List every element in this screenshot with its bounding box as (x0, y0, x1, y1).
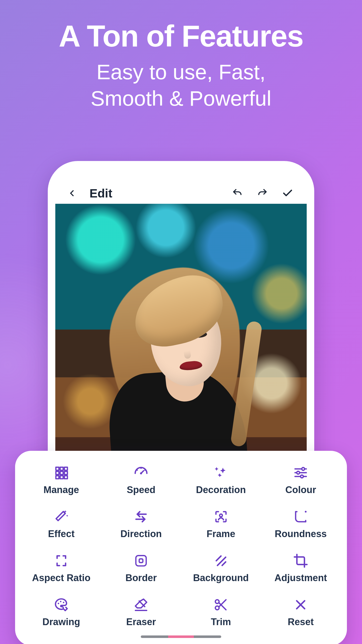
tool-speed[interactable]: Speed (105, 461, 177, 497)
home-indicator (141, 635, 221, 638)
sliders-icon (291, 464, 311, 481)
magic-wand-icon (51, 508, 71, 526)
tool-label: Decoration (196, 485, 246, 495)
tool-eraser[interactable]: Eraser (105, 593, 177, 629)
tool-direction[interactable]: Direction (105, 505, 177, 541)
scissors-icon (211, 596, 231, 614)
tool-background[interactable]: Background (185, 549, 257, 585)
tool-label: Direction (120, 529, 162, 539)
check-icon (282, 187, 293, 199)
tool-label: Roundness (275, 529, 327, 539)
svg-rect-3 (56, 471, 59, 474)
tool-effect[interactable]: Effect (25, 505, 98, 541)
promo-stage: A Ton of Features Easy to use, Fast, Smo… (0, 0, 362, 644)
svg-point-22 (219, 514, 222, 517)
svg-rect-5 (64, 471, 67, 474)
eraser-icon (131, 596, 151, 614)
svg-rect-24 (136, 555, 146, 566)
corner-radius-icon (291, 508, 311, 526)
tool-label: Manage (43, 485, 79, 495)
svg-rect-0 (56, 467, 59, 470)
tool-label: Adjustment (275, 573, 327, 583)
svg-line-28 (222, 562, 225, 566)
tool-label: Aspect Ratio (32, 573, 90, 583)
svg-rect-25 (139, 559, 143, 563)
arrows-lr-icon (131, 508, 151, 526)
svg-point-30 (60, 601, 61, 602)
redo-icon (257, 188, 268, 199)
hero-subtitle: Easy to use, Fast, Smooth & Powerful (15, 59, 347, 112)
hero-subtitle-line-1: Easy to use, Fast, (97, 60, 265, 84)
svg-rect-4 (60, 471, 63, 474)
confirm-button[interactable] (279, 184, 297, 202)
tool-label: Effect (48, 529, 75, 539)
gauge-icon (131, 464, 151, 481)
chevron-left-icon (67, 188, 77, 198)
hero-subtitle-line-2: Smooth & Powerful (90, 87, 271, 110)
tool-label: Background (193, 573, 249, 583)
close-x-icon (291, 596, 311, 614)
svg-rect-1 (60, 467, 63, 470)
svg-point-29 (58, 603, 59, 604)
svg-point-15 (302, 468, 305, 470)
screen-title: Edit (89, 186, 112, 200)
tool-frame[interactable]: Frame (185, 505, 257, 541)
tools-grid: Manage Speed Decoration Colour (25, 461, 337, 629)
svg-rect-2 (64, 467, 67, 470)
border-square-icon (131, 552, 151, 570)
tool-label: Frame (207, 529, 235, 539)
tool-label: Border (125, 573, 157, 583)
svg-point-23 (305, 511, 307, 513)
tool-label: Trim (211, 617, 231, 627)
hero: A Ton of Features Easy to use, Fast, Smo… (0, 20, 362, 112)
grid-icon (51, 464, 71, 481)
tool-adjustment[interactable]: Adjustment (265, 549, 337, 585)
tool-drawing[interactable]: Drawing (25, 593, 98, 629)
svg-rect-8 (64, 476, 67, 479)
back-button[interactable] (63, 184, 81, 202)
svg-point-19 (301, 475, 303, 478)
tool-decoration[interactable]: Decoration (185, 461, 257, 497)
tool-colour[interactable]: Colour (265, 461, 337, 497)
tool-label: Speed (127, 485, 155, 495)
hatch-icon (211, 552, 231, 570)
svg-rect-7 (60, 476, 63, 479)
phone-notch (128, 169, 234, 181)
tools-panel: Manage Speed Decoration Colour (15, 451, 347, 644)
svg-point-31 (63, 602, 64, 603)
svg-line-10 (141, 471, 144, 473)
svg-point-17 (297, 471, 300, 474)
redo-button[interactable] (253, 184, 272, 202)
tool-border[interactable]: Border (105, 549, 177, 585)
undo-icon (232, 188, 243, 199)
tool-manage[interactable]: Manage (25, 461, 98, 497)
aspect-brackets-icon (51, 552, 71, 570)
svg-rect-6 (56, 476, 59, 479)
hero-title: A Ton of Features (15, 20, 347, 52)
tool-label: Reset (288, 617, 314, 627)
tool-trim[interactable]: Trim (185, 593, 257, 629)
tool-label: Drawing (42, 617, 80, 627)
svg-line-26 (216, 556, 221, 561)
tool-label: Eraser (126, 617, 156, 627)
undo-button[interactable] (228, 184, 246, 202)
crop-icon (291, 552, 311, 570)
tool-reset[interactable]: Reset (265, 593, 337, 629)
tool-label: Colour (285, 485, 316, 495)
tool-roundness[interactable]: Roundness (265, 505, 337, 541)
sparkles-icon (211, 464, 231, 481)
palette-icon (51, 596, 71, 614)
tool-aspect-ratio[interactable]: Aspect Ratio (25, 549, 98, 585)
frame-person-icon (211, 508, 231, 526)
